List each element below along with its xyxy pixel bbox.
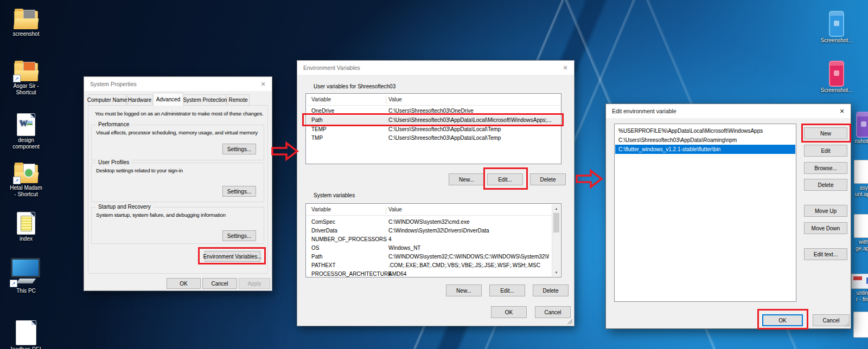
cell-value: C:\WINDOWS\system32;C:\WINDOWS;C:\WINDOW… <box>388 254 549 260</box>
resize-grip[interactable] <box>844 321 849 327</box>
close-icon[interactable]: ✕ <box>557 61 574 75</box>
tab-hardware[interactable]: Hardware <box>127 94 152 106</box>
performance-settings-button[interactable]: Settings... <box>222 144 256 154</box>
desktop-icon-index[interactable]: index <box>4 212 48 242</box>
column-header-variable[interactable]: Variable <box>311 206 331 212</box>
user-delete-button[interactable]: Delete <box>530 173 566 185</box>
list-item[interactable]: %USERPROFILE%\AppData\Local\Microsoft\Wi… <box>615 126 795 135</box>
cancel-button[interactable]: Cancel <box>202 278 237 289</box>
group-description: Desktop settings related to your sign-in <box>96 167 183 173</box>
shortcut-arrow-icon: ↗ <box>14 177 20 184</box>
desktop-icon-asgar-sir-shortcut[interactable]: ↗ Asgar Sir - Shortcut <box>4 63 48 96</box>
system-delete-button[interactable]: Delete <box>533 285 569 296</box>
list-item[interactable]: C:\Users\Shreesoftech03\AppData\Roaming\… <box>615 135 795 145</box>
startup-settings-button[interactable]: Settings... <box>222 230 256 241</box>
column-header-value[interactable]: Value <box>388 96 402 102</box>
table-row[interactable]: NUMBER_OF_PROCESSORS 4 <box>307 235 552 244</box>
tab-advanced[interactable]: Advanced <box>153 93 183 106</box>
icon-label: This PC <box>4 288 48 294</box>
tab-system-protection[interactable]: System Protection <box>184 94 226 106</box>
scroll-up-icon[interactable]: ▲ <box>552 204 560 212</box>
system-variables-table[interactable]: Variable Value ComSpec C:\WINDOWS\system… <box>305 203 561 277</box>
cell-variable: PATHEXT <box>311 262 336 268</box>
group-description: System startup, system failure, and debu… <box>96 212 226 218</box>
move-up-button[interactable]: Move Up <box>804 205 847 217</box>
desktop-wallpaper: screenshot ↗ Asgar Sir - Shortcut W desi… <box>0 0 868 349</box>
window-title: System Properties <box>90 81 137 87</box>
icon-label: index <box>4 236 48 242</box>
cell-variable: Path <box>311 254 323 260</box>
desktop-icon-design-component[interactable]: W design component <box>4 114 48 150</box>
desktop-icon-screenshot-pink[interactable]: Screenshot... <box>815 62 858 94</box>
titlebar[interactable]: Edit environment variable ✕ <box>606 104 851 118</box>
edit-text-button[interactable]: Edit text... <box>804 248 847 260</box>
system-edit-button[interactable]: Edit... <box>489 285 525 296</box>
icon-label: component <box>4 144 48 150</box>
highlight-environment-variables-button <box>198 247 266 264</box>
scroll-down-icon[interactable]: ▼ <box>552 268 560 276</box>
cell-value: C:\WINDOWS\system32\cmd.exe <box>388 219 549 225</box>
tab-computer-name[interactable]: Computer Name <box>88 94 126 106</box>
icon-label: Screenshot... <box>815 37 858 44</box>
delete-button[interactable]: Delete <box>804 179 847 191</box>
move-down-button[interactable]: Move Down <box>804 222 847 234</box>
cancel-button[interactable]: Cancel <box>535 306 571 318</box>
image-file-icon <box>852 274 868 288</box>
vertical-scrollbar[interactable]: ▲ ▼ <box>552 204 560 276</box>
edit-button[interactable]: Edit <box>804 145 847 157</box>
desktop-icon-screenshot[interactable]: screenshot <box>4 11 48 37</box>
resize-grip[interactable] <box>567 319 572 324</box>
ok-button[interactable]: OK <box>167 278 201 289</box>
table-row[interactable]: PROCESSOR_ARCHITECTURE AMD64 <box>307 270 552 279</box>
folder-shortcut-icon: ↗ <box>14 63 38 81</box>
apply-button[interactable]: Apply <box>239 278 270 289</box>
close-icon[interactable]: ✕ <box>254 77 272 91</box>
table-row[interactable]: DriverData C:\Windows\System32\Drivers\D… <box>307 227 552 235</box>
desktop-icon-hetal-madam-shortcut[interactable]: ↗ Hetal Madam - Shortcut <box>4 165 48 198</box>
desktop-icon-this-pc[interactable]: ↗ This PC <box>4 255 48 294</box>
column-header-value[interactable]: Value <box>388 206 402 212</box>
word-document-icon: W <box>17 114 35 135</box>
icon-label: - Shortcut <box>4 191 48 198</box>
user-variables-table[interactable]: Variable Value OneDrive C:\Users\Shreeso… <box>305 93 561 164</box>
icon-label: Jaadhan-REL <box>4 346 48 349</box>
desktop-icon-screenshot-blue[interactable]: Screenshot... <box>815 12 858 44</box>
cell-variable: TMP <box>311 135 323 141</box>
table-row[interactable]: PATHEXT .COM;.EXE;.BAT;.CMD;.VBS;.VBE;.J… <box>307 261 552 270</box>
titlebar[interactable]: System Properties ✕ <box>84 77 272 91</box>
column-divider[interactable] <box>386 95 386 104</box>
user-profiles-settings-button[interactable]: Settings... <box>222 186 256 197</box>
cell-variable: ComSpec <box>311 219 335 225</box>
cell-value: 4 <box>388 236 549 242</box>
system-new-button[interactable]: New... <box>446 285 482 296</box>
ok-button[interactable]: OK <box>491 306 527 318</box>
table-row[interactable]: TMP C:\Users\Shreesoftech03\AppData\Loca… <box>307 134 560 143</box>
column-header-variable[interactable]: Variable <box>311 96 331 102</box>
icon-label: design <box>4 137 48 144</box>
highlight-edit-button <box>483 167 528 190</box>
icon-label: Asgar Sir - <box>4 83 48 89</box>
header-divider <box>307 215 560 216</box>
folder-shortcut-icon: ↗ <box>14 165 38 183</box>
user-new-button[interactable]: New... <box>449 173 484 185</box>
highlight-ok-button <box>757 309 808 329</box>
titlebar[interactable]: Environment Variables ✕ <box>297 61 574 75</box>
table-row[interactable]: ComSpec C:\WINDOWS\system32\cmd.exe <box>307 218 552 227</box>
file-icon <box>854 312 868 337</box>
desktop-icon-jaadhan-rel[interactable]: Jaadhan-REL <box>4 321 48 349</box>
browse-button[interactable]: Browse... <box>804 162 847 174</box>
this-pc-icon: ↗ <box>11 258 41 286</box>
cell-value: C:\Users\Shreesoftech03\AppData\Local\Te… <box>388 135 558 141</box>
table-row[interactable]: TEMP C:\Users\Shreesoftech03\AppData\Loc… <box>307 125 560 134</box>
tab-remote[interactable]: Remote <box>227 94 250 106</box>
group-label: Performance <box>96 121 131 127</box>
list-item-selected-flutter-bin[interactable]: C:\flutter_windows_v1.2.1-stable\flutter… <box>615 145 795 154</box>
table-row[interactable]: OS Windows_NT <box>307 244 552 253</box>
scrollbar-thumb[interactable] <box>553 213 559 232</box>
column-divider[interactable] <box>386 205 386 214</box>
table-row[interactable]: Path C:\WINDOWS\system32;C:\WINDOWS;C:\W… <box>307 253 552 261</box>
close-icon[interactable]: ✕ <box>833 104 851 118</box>
path-entries-listbox[interactable]: %USERPROFILE%\AppData\Local\Microsoft\Wi… <box>614 124 796 302</box>
group-description: Visual effects, processor scheduling, me… <box>96 130 258 135</box>
system-variables-label: System variables <box>314 192 355 198</box>
